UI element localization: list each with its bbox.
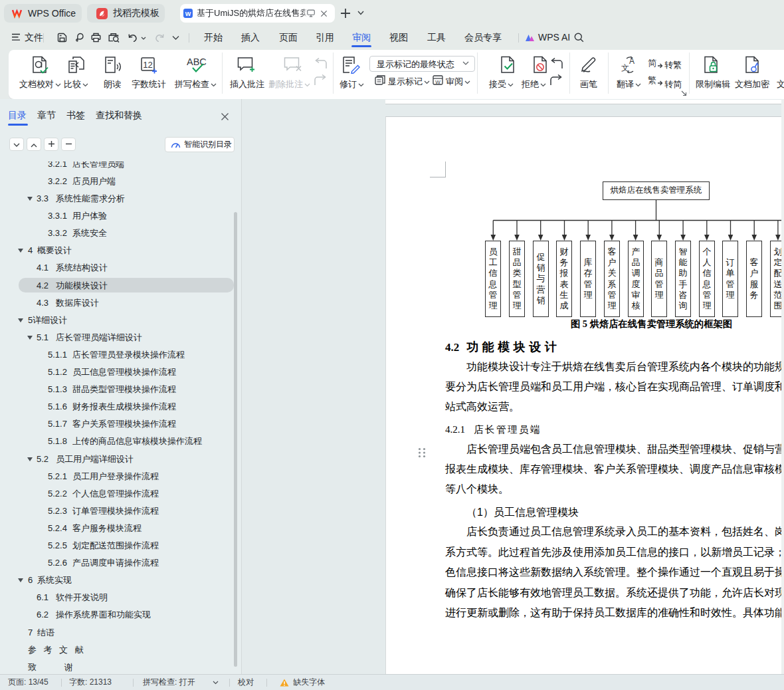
svg-text:W: W (185, 11, 191, 17)
svg-text:繁: 繁 (648, 75, 656, 85)
svg-text:12: 12 (143, 60, 152, 70)
svg-text:W: W (435, 79, 441, 85)
svg-text:ABC: ABC (187, 57, 207, 67)
svg-text:简: 简 (648, 58, 656, 68)
